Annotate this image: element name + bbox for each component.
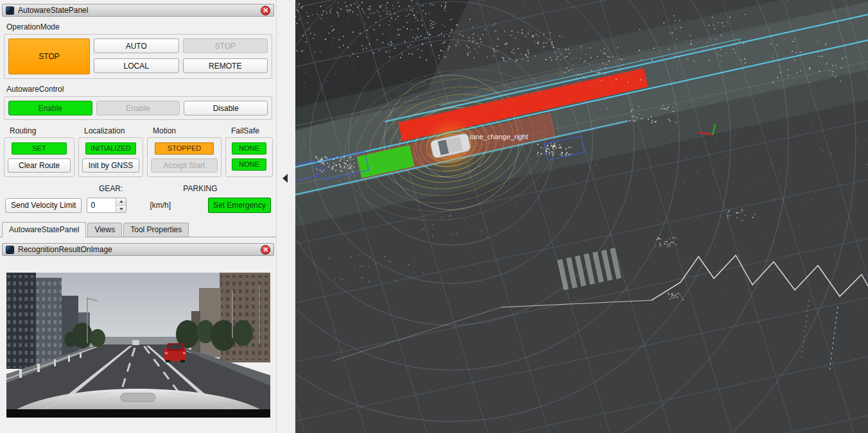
recognition-panel-titlebar: RecognitionResultOnImage bbox=[2, 243, 274, 256]
localization-group: INITIALIZED Init by GNSS bbox=[78, 137, 143, 177]
control-enabled-indicator-button[interactable]: Enable bbox=[8, 101, 92, 115]
failsafe-label: FailSafe bbox=[225, 126, 273, 135]
mrm-state-badge: NONE bbox=[232, 142, 267, 155]
clear-route-button[interactable]: Clear Route bbox=[8, 158, 71, 173]
detected-red-car bbox=[164, 343, 186, 362]
autoware-control-group: Enable Enable Disable bbox=[4, 96, 272, 120]
autoware-control-label: AutowareControl bbox=[6, 85, 270, 94]
init-by-gnss-button[interactable]: Init by GNSS bbox=[82, 158, 139, 173]
spin-up-icon[interactable] bbox=[116, 198, 126, 205]
remote-mode-button[interactable]: REMOTE bbox=[183, 58, 268, 73]
local-mode-button[interactable]: LOCAL bbox=[94, 58, 179, 73]
status-section: SET Clear Route INITIALIZED Init by GNSS… bbox=[4, 137, 272, 177]
routing-state-badge: SET bbox=[12, 142, 67, 155]
desktop: AutowareStatePanel OperationMode STOP AU… bbox=[0, 0, 868, 433]
gear-row: GEAR: PARKING bbox=[4, 184, 272, 193]
state-panel-titlebar: AutowareStatePanel bbox=[2, 4, 274, 17]
routing-label: Routing bbox=[4, 126, 74, 135]
operation-mode-current-button[interactable]: STOP bbox=[8, 38, 90, 74]
left-panel-column: AutowareStatePanel OperationMode STOP AU… bbox=[0, 0, 276, 433]
panel-tab-bar: AutowareStatePanel Views Tool Properties bbox=[0, 221, 276, 237]
rviz-3d-viewport[interactable]: lane_change_right bbox=[295, 0, 868, 433]
localization-state-badge: INITIALIZED bbox=[85, 142, 135, 155]
send-velocity-limit-button[interactable]: Send Velocity Limit bbox=[5, 198, 82, 213]
auto-mode-button[interactable]: AUTO bbox=[94, 38, 179, 53]
gear-label: GEAR: bbox=[99, 184, 123, 193]
status-section-labels: Routing Localization Motion FailSafe bbox=[4, 126, 272, 135]
velocity-unit-label: [km/h] bbox=[150, 201, 171, 210]
motion-state-badge: STOPPED bbox=[155, 142, 214, 155]
state-panel-title: AutowareStatePanel bbox=[18, 6, 88, 15]
failsafe-group: NONE NONE bbox=[225, 137, 273, 177]
velocity-limit-spinbox bbox=[87, 198, 126, 213]
camera-image bbox=[6, 273, 270, 418]
panel-collapse-arrow[interactable] bbox=[282, 174, 288, 183]
tab-views[interactable]: Views bbox=[87, 223, 122, 237]
behavior-annotation: lane_change_right bbox=[470, 133, 528, 140]
spin-down-icon[interactable] bbox=[116, 205, 126, 213]
motion-label: Motion bbox=[147, 126, 221, 135]
close-icon[interactable] bbox=[261, 245, 270, 255]
velocity-limit-row: Send Velocity Limit [km/h] Set Emergency bbox=[5, 198, 271, 213]
operation-mode-group: STOP AUTO STOP LOCAL REMOTE bbox=[4, 34, 272, 79]
mrm-behavior-badge: NONE bbox=[232, 158, 267, 171]
motion-group: STOPPED Accept Start bbox=[147, 137, 221, 177]
enable-button[interactable]: Enable bbox=[96, 101, 180, 115]
recognition-panel-title: RecognitionResultOnImage bbox=[18, 245, 112, 254]
stop-mode-button[interactable]: STOP bbox=[183, 38, 268, 53]
panel-icon bbox=[6, 246, 14, 254]
panel-splitter[interactable] bbox=[276, 0, 295, 433]
spinner-buttons bbox=[116, 198, 126, 212]
close-icon[interactable] bbox=[261, 6, 270, 15]
operation-mode-label: OperationMode bbox=[6, 22, 270, 31]
localization-label: Localization bbox=[78, 126, 143, 135]
set-emergency-button[interactable]: Set Emergency bbox=[208, 198, 271, 213]
accept-start-button[interactable]: Accept Start bbox=[151, 158, 218, 173]
gear-value: PARKING bbox=[183, 184, 217, 193]
panel-icon bbox=[6, 6, 14, 15]
tab-autoware-state-panel[interactable]: AutowareStatePanel bbox=[2, 222, 86, 237]
tab-tool-properties[interactable]: Tool Properties bbox=[123, 223, 189, 237]
disable-button[interactable]: Disable bbox=[184, 101, 268, 115]
routing-group: SET Clear Route bbox=[4, 137, 74, 177]
velocity-limit-input[interactable] bbox=[87, 198, 116, 212]
